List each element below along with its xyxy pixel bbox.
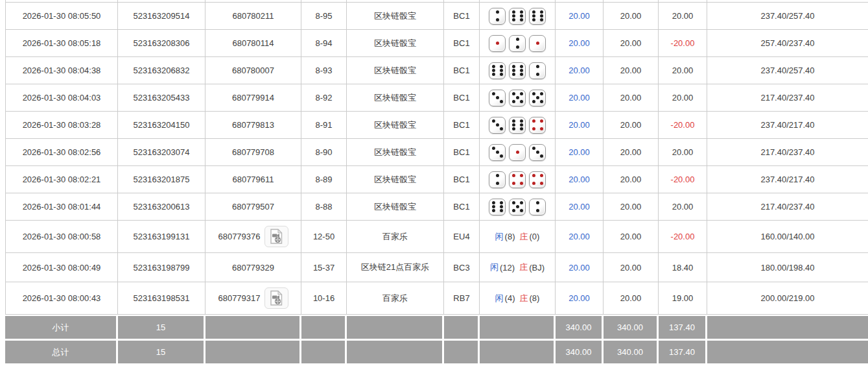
pip-slot [519,154,523,158]
bet-id-text: 523163198799 [134,263,190,273]
valid-amount: 20.00 [604,112,659,138]
win-loss: 20.00 [659,193,707,220]
banker-score: (BJ) [529,263,545,273]
bet-amount-link[interactable]: 20.00 [569,232,590,241]
round-id: 680779813 [205,112,301,138]
table-round-text: 8-90 [315,147,332,157]
video-replay-button[interactable] [264,287,288,309]
game-result: 闲(4)庄(8) [480,282,556,314]
win-loss-text: -20.00 [671,175,695,184]
table-code: BC3 [444,253,480,282]
die-face-1 [529,35,546,52]
balance-before-after-text: 200.00/219.00 [760,293,814,303]
bet-amount-link[interactable]: 20.00 [569,202,590,212]
round-id-text: 680779317 [218,293,260,303]
game-result [480,57,556,84]
game-name: 区块链骰宝 [347,30,444,56]
bet-amount-link[interactable]: 20.00 [569,66,590,75]
black-pip [500,127,503,130]
black-pip [512,69,515,72]
bet-id-text: 523163206832 [134,66,190,75]
valid-amount-text: 20.00 [620,263,642,273]
black-pip [520,209,523,212]
valid-amount-text: 20.00 [620,293,642,303]
die-face-6 [509,62,526,79]
black-pip [516,96,519,99]
summary-count-text: 15 [156,322,165,332]
round-id: 680780007 [205,57,301,84]
bet-amount-link[interactable]: 20.00 [569,293,590,303]
black-pip [520,119,523,123]
bet-id: 523163206832 [118,57,205,84]
pip-slot [539,45,543,49]
win-loss: -20.00 [659,112,707,138]
balance-before-after: 237.40/257.40 [707,57,868,84]
table-code: BC1 [444,3,480,29]
black-pip [532,18,535,21]
black-pip [512,123,515,127]
game-result-dice [489,171,546,188]
black-pip [540,18,543,21]
summary-winloss-total-text: 137.40 [669,322,695,332]
bet-amount-link[interactable]: 20.00 [569,120,590,130]
player-label: 闲 [495,293,504,304]
sliver-cell [556,0,604,2]
summary-empty [444,341,480,363]
pip-slot [499,127,503,131]
table-code: BC1 [444,30,480,56]
red-pip [516,151,519,154]
black-pip [512,92,515,95]
summary-empty [301,316,347,339]
red-pip [532,182,535,185]
table-code-text: BC1 [453,202,469,212]
summary-empty [707,341,868,363]
summary-winloss-total: 137.40 [659,341,707,363]
player-score: (12) [500,263,515,273]
video-replay-button[interactable] [264,226,288,247]
bet-amount-link[interactable]: 20.00 [569,38,590,48]
valid-amount: 20.00 [604,193,659,220]
table-round-text: 12-50 [313,232,334,241]
sliver-cell [707,0,868,2]
game-name-text: 区块链骰宝 [374,10,416,22]
pip-slot [539,209,543,213]
bet-amount-cell: 20.00 [556,30,604,56]
bet-amount-link[interactable]: 20.00 [569,147,590,157]
black-pip [496,18,499,21]
table-row: 2026-01-30 08:00:49523163198799680779329… [5,253,868,282]
balance-before-after: 180.00/198.40 [707,253,868,282]
bet-id-text: 523163198531 [134,293,190,303]
balance-before-after-text: 237.40/217.40 [760,175,814,184]
valid-amount-text: 20.00 [620,11,642,21]
win-loss-text: 20.00 [672,66,694,75]
black-pip [500,154,503,158]
black-pip [512,201,515,204]
game-result [480,84,556,111]
black-pip [512,127,515,130]
die-face-6 [489,62,506,79]
table-round: 10-16 [301,282,347,314]
bet-time-text: 2026-01-30 08:03:28 [23,120,101,130]
round-id-text: 680779329 [232,263,274,273]
bet-amount-link[interactable]: 20.00 [569,93,590,103]
table-round: 8-88 [301,193,347,220]
win-loss: -20.00 [659,166,707,193]
table-code-text: BC1 [453,120,469,130]
round-id-text: 680779914 [232,93,274,103]
table-round-text: 8-94 [315,38,332,48]
black-pip [500,201,503,204]
table-round: 8-89 [301,166,347,193]
bet-amount-link[interactable]: 20.00 [569,11,590,21]
bet-id-text: 523163208306 [134,38,190,48]
black-pip [512,65,515,68]
table-round-text: 8-93 [315,66,332,75]
pip-slot [519,73,523,77]
black-pip [496,174,499,177]
black-pip [500,209,503,212]
bet-amount-link[interactable]: 20.00 [569,175,590,184]
bet-amount-link[interactable]: 20.00 [569,263,590,273]
table-code-text: EU4 [453,232,469,241]
banker-label: 庄 [520,231,528,243]
pip-slot [539,18,543,22]
bet-amount-cell: 20.00 [556,112,604,138]
